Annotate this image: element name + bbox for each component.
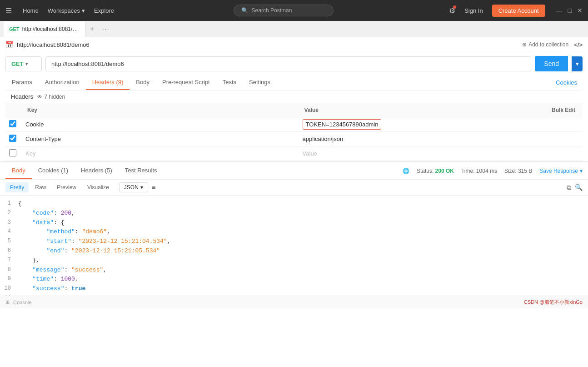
table-row: Cookie TOKEN=1234567890admin bbox=[5, 117, 583, 132]
eye-icon: 👁 bbox=[37, 94, 42, 100]
code-line-3: 3 "data": { bbox=[0, 218, 588, 228]
tab-params[interactable]: Params bbox=[5, 75, 39, 90]
status-value: 200 OK bbox=[435, 168, 454, 174]
minimize-button[interactable]: — bbox=[556, 7, 563, 14]
send-dropdown-button[interactable]: ▾ bbox=[572, 56, 583, 71]
tab-url: http://localhost:8081/de... bbox=[22, 26, 80, 32]
menu-icon[interactable]: ☰ bbox=[5, 6, 12, 15]
nav-explore[interactable]: Explore bbox=[90, 5, 118, 16]
key-text: Cookie bbox=[25, 121, 44, 128]
format-tab-raw[interactable]: Raw bbox=[30, 182, 50, 192]
response-tabs: Body Cookies (1) Headers (5) Test Result… bbox=[0, 162, 588, 180]
row-bulk-cell bbox=[546, 117, 583, 132]
tab-authorization[interactable]: Authorization bbox=[39, 75, 86, 90]
method-chevron-icon: ▾ bbox=[25, 61, 28, 66]
line-content: { bbox=[18, 199, 588, 209]
method-select[interactable]: GET ▾ bbox=[5, 56, 42, 71]
key-placeholder: Key bbox=[25, 150, 35, 157]
hidden-count: 7 hidden bbox=[44, 94, 65, 100]
format-label: JSON bbox=[124, 184, 139, 191]
size-label: Size: 315 B bbox=[504, 168, 532, 174]
format-tab-preview[interactable]: Preview bbox=[52, 182, 81, 192]
response-area: Body Cookies (1) Headers (5) Test Result… bbox=[0, 161, 588, 296]
line-content: "success": true bbox=[18, 284, 588, 294]
code-line-5: 5 "start": "2023-12-12 15:21:04.534", bbox=[0, 237, 588, 246]
resp-tab-cookies[interactable]: Cookies (1) bbox=[32, 162, 75, 179]
create-account-button[interactable]: Create Account bbox=[492, 5, 545, 17]
nav-bar: Home Workspaces ▾ Explore bbox=[19, 5, 118, 16]
format-select[interactable]: JSON ▾ bbox=[119, 182, 148, 192]
row-checkbox[interactable] bbox=[9, 135, 16, 142]
line-number: 10 bbox=[0, 284, 18, 294]
url-header-row: 📅 http://localhost:8081/demo6 ⊕ Add to c… bbox=[5, 37, 583, 52]
line-number: 1 bbox=[0, 199, 18, 209]
row-checkbox[interactable] bbox=[9, 149, 16, 156]
nav-workspaces[interactable]: Workspaces ▾ bbox=[44, 5, 89, 16]
cookies-link[interactable]: Cookies bbox=[550, 75, 583, 90]
tab-headers[interactable]: Headers (9) bbox=[86, 75, 130, 90]
code-line-10: 10 "success": true bbox=[0, 284, 588, 294]
title-bar: ☰ Home Workspaces ▾ Explore 🔍 Search Pos… bbox=[0, 0, 588, 21]
resp-tab-testresults[interactable]: Test Results bbox=[119, 162, 164, 179]
maximize-button[interactable]: □ bbox=[568, 7, 572, 14]
tab-settings[interactable]: Settings bbox=[243, 75, 277, 90]
row-check-cell bbox=[5, 146, 22, 161]
wrap-button[interactable]: ≡ bbox=[152, 184, 155, 191]
line-content: "message": "success", bbox=[18, 266, 588, 275]
format-tab-visualize[interactable]: Visualize bbox=[83, 182, 114, 192]
row-key-cell: Cookie bbox=[22, 117, 299, 132]
code-button[interactable]: </> bbox=[574, 41, 583, 48]
url-display: http://localhost:8081/demo6 bbox=[17, 41, 522, 48]
layout-icon[interactable]: ⊞ bbox=[5, 299, 10, 305]
response-code-block: 1 { 2 "code": 200, 3 "data": { 4 "method… bbox=[0, 196, 588, 296]
line-content: "end": "2023-12-12 15:21:05.534" bbox=[18, 246, 588, 256]
search-in-response-button[interactable]: 🔍 bbox=[575, 184, 583, 191]
format-bar: Pretty Raw Preview Visualize JSON ▾ ≡ ⧉ … bbox=[0, 180, 588, 196]
add-tab-button[interactable]: + bbox=[85, 25, 99, 33]
window-controls: — □ ✕ bbox=[556, 7, 583, 14]
code-line-11: 11 } bbox=[0, 294, 588, 296]
line-content: } bbox=[18, 294, 588, 296]
headers-label: Headers bbox=[11, 93, 33, 100]
request-tab[interactable]: GET http://localhost:8081/de... bbox=[4, 21, 85, 37]
format-tab-pretty[interactable]: Pretty bbox=[5, 182, 29, 192]
line-number: 11 bbox=[0, 294, 18, 296]
hidden-badge: 👁 7 hidden bbox=[37, 94, 65, 100]
row-value-cell: Value bbox=[299, 146, 546, 161]
add-to-collection-button[interactable]: ⊕ Add to collection bbox=[522, 41, 568, 48]
chevron-down-icon: ▾ bbox=[580, 168, 583, 174]
search-placeholder: Search Postman bbox=[252, 7, 292, 14]
url-input[interactable] bbox=[45, 56, 531, 71]
row-checkbox[interactable] bbox=[9, 120, 16, 127]
value-text: application/json bbox=[303, 136, 344, 142]
nav-home[interactable]: Home bbox=[19, 5, 42, 16]
copy-button[interactable]: ⧉ bbox=[567, 184, 571, 191]
signin-button[interactable]: Sign In bbox=[461, 5, 486, 16]
tab-prerequest[interactable]: Pre-request Script bbox=[156, 75, 216, 90]
tab-method: GET bbox=[9, 26, 20, 32]
close-button[interactable]: ✕ bbox=[577, 7, 583, 14]
resp-tab-headers[interactable]: Headers (5) bbox=[75, 162, 119, 179]
code-line-7: 7 }, bbox=[0, 256, 588, 266]
tab-body[interactable]: Body bbox=[130, 75, 156, 90]
request-tabs: Params Authorization Headers (9) Body Pr… bbox=[5, 75, 583, 90]
response-status-bar: 🌐 Status: 200 OK Time: 1004 ms Size: 315… bbox=[403, 168, 583, 174]
search-box[interactable]: 🔍 Search Postman bbox=[234, 5, 334, 16]
code-line-9: 9 "time": 1000, bbox=[0, 275, 588, 284]
send-button[interactable]: Send bbox=[535, 56, 568, 71]
row-value-cell: application/json bbox=[299, 132, 546, 146]
line-content: "time": 1000, bbox=[18, 275, 588, 284]
line-number: 7 bbox=[0, 256, 18, 266]
resp-tab-body[interactable]: Body bbox=[5, 162, 32, 179]
tab-tests[interactable]: Tests bbox=[216, 75, 243, 90]
search-area: 🔍 Search Postman bbox=[125, 5, 442, 16]
method-label: GET bbox=[11, 60, 24, 67]
table-row: Content-Type application/json bbox=[5, 132, 583, 146]
row-bulk-cell bbox=[546, 132, 583, 146]
settings-button[interactable]: ⚙ bbox=[449, 6, 455, 15]
console-label[interactable]: Console bbox=[13, 300, 31, 305]
url-input-row: GET ▾ Send ▾ bbox=[5, 52, 583, 75]
save-response-button[interactable]: Save Response ▾ bbox=[539, 168, 583, 174]
status-label: Status: 200 OK bbox=[417, 168, 454, 174]
more-tabs-button[interactable]: ··· bbox=[99, 26, 113, 32]
